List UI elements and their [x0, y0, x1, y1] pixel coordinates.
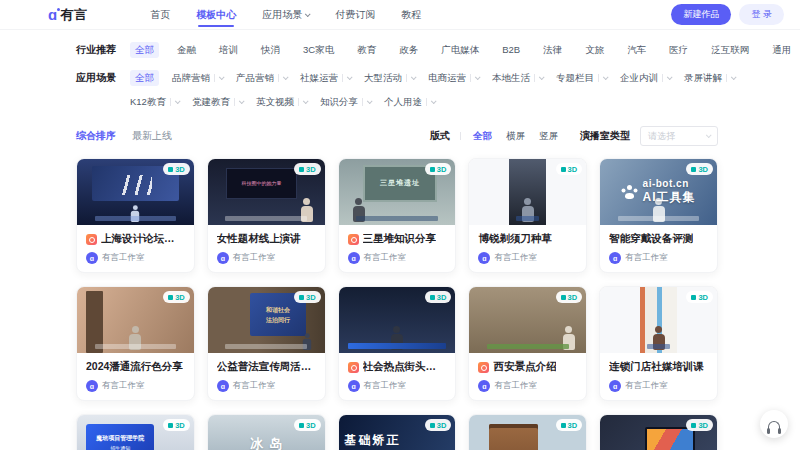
- card-title-row: 西安景点介绍: [478, 360, 577, 374]
- sort-tab[interactable]: 最新上线: [132, 129, 172, 143]
- template-card[interactable]: 和谐社会法治同行3D公益普法宣传周活动预告ɑ有言工作室: [207, 286, 326, 401]
- industry-option[interactable]: 泛互联网: [706, 42, 754, 58]
- nav-item[interactable]: 应用场景: [262, 0, 309, 30]
- industry-option[interactable]: 教育: [352, 42, 381, 58]
- 3d-badge-label: 3D: [306, 293, 316, 302]
- chevron-down-icon: [539, 74, 545, 80]
- 3d-badge-label: 3D: [437, 421, 447, 430]
- scene-option[interactable]: 社媒运营: [300, 70, 351, 86]
- author-name: 有言工作室: [102, 380, 145, 392]
- scene-option[interactable]: 个人用途: [384, 94, 435, 110]
- scene-option[interactable]: 产品营销: [236, 70, 287, 86]
- scene-option[interactable]: 知识分享: [320, 94, 371, 110]
- card-author-row: ɑ有言工作室: [478, 252, 577, 264]
- industry-option[interactable]: 法律: [538, 42, 567, 58]
- create-work-button[interactable]: 新建作品: [671, 4, 731, 25]
- support-fab[interactable]: [760, 410, 788, 438]
- sort-tab[interactable]: 综合排序: [76, 129, 116, 143]
- industry-option[interactable]: 医疗: [664, 42, 693, 58]
- layout-option[interactable]: 全部: [471, 128, 494, 144]
- template-card[interactable]: 三星堆遗址3D三星堆知识分享ɑ有言工作室: [338, 158, 457, 273]
- nav-item[interactable]: 教程: [401, 0, 421, 30]
- presenter-figure: [563, 326, 575, 350]
- scene-option[interactable]: 电商运营: [428, 70, 479, 86]
- industry-option[interactable]: 广电媒体: [436, 42, 484, 58]
- card-title: 三星堆知识分享: [363, 232, 437, 246]
- scene-option[interactable]: 企业内训: [620, 70, 671, 86]
- thumbnail-text-line1: 科技圈中的她力量: [242, 180, 282, 186]
- industry-option[interactable]: 培训: [214, 42, 243, 58]
- scene-option[interactable]: 品牌营销: [172, 70, 223, 86]
- industry-option[interactable]: B2B: [497, 42, 525, 58]
- cube-icon: [299, 295, 304, 300]
- 3d-badge-label: 3D: [175, 165, 185, 174]
- scene-option[interactable]: 党建教育: [192, 94, 243, 110]
- scene-option-label: 录屏讲解: [684, 70, 722, 86]
- card-title-row: 上海设计论坛开场主持: [86, 232, 185, 246]
- layout-option[interactable]: 横屏: [504, 128, 527, 144]
- scene-option[interactable]: 大型活动: [364, 70, 415, 86]
- divider: [406, 74, 407, 82]
- template-card[interactable]: 冰岛ICELAND3D: [207, 414, 326, 450]
- scene-option[interactable]: 英文视频: [256, 94, 307, 110]
- card-title: 智能穿戴设备评测: [609, 232, 693, 246]
- card-body: 女性题材线上演讲ɑ有言工作室: [208, 225, 325, 272]
- author-avatar: ɑ: [478, 252, 490, 264]
- 3d-badge: 3D: [686, 419, 713, 431]
- thumbnail-text-line1: 基础矫正: [344, 432, 400, 449]
- 3d-badge-label: 3D: [568, 165, 578, 174]
- industry-option[interactable]: 汽车: [622, 42, 651, 58]
- chevron-down-icon: [367, 98, 373, 104]
- logo[interactable]: ɑ 有言: [48, 6, 88, 24]
- scene-option[interactable]: 本地生活: [492, 70, 543, 86]
- 3d-badge: 3D: [163, 163, 190, 175]
- watermark-line1: ai-bot.cn: [643, 178, 696, 189]
- divider: [662, 74, 663, 82]
- page: ɑ 有言 首页模板中心应用场景付费订阅教程 新建作品 登 录 行业推荐 全部金融…: [0, 0, 800, 450]
- industry-option[interactable]: 快消: [256, 42, 285, 58]
- template-card[interactable]: 3D博锐剃须刀种草ɑ有言工作室: [468, 158, 587, 273]
- 3d-badge-label: 3D: [175, 293, 185, 302]
- template-card[interactable]: 3D: [468, 414, 587, 450]
- ai-bot-logo-icon: [622, 185, 638, 199]
- template-card[interactable]: 3D社会热点街头采访连线ɑ有言工作室: [338, 286, 457, 401]
- studio-type-select[interactable]: 请选择: [640, 126, 718, 146]
- display-controls: 版式 全部横屏竖屏 演播室类型 请选择: [430, 126, 718, 146]
- scene-option[interactable]: 专题栏目: [556, 70, 607, 86]
- scene-option-all[interactable]: 全部: [130, 70, 159, 86]
- template-card[interactable]: 3Dai-bot.cnAI工具集智能穿戴设备评测ɑ有言工作室: [599, 158, 718, 273]
- industry-option[interactable]: 通用: [767, 42, 796, 58]
- template-thumbnail: 3Dai-bot.cnAI工具集: [600, 159, 717, 225]
- template-card[interactable]: 3D连锁门店社媒培训课ɑ有言工作室: [599, 286, 718, 401]
- template-card[interactable]: 科技圈中的她力量3D女性题材线上演讲ɑ有言工作室: [207, 158, 326, 273]
- scene-option[interactable]: K12教育: [130, 94, 179, 110]
- featured-badge-icon: [86, 234, 97, 245]
- chevron-down-icon: [411, 74, 417, 80]
- chevron-down-icon: [239, 98, 245, 104]
- template-card[interactable]: 基础矫正3D: [338, 414, 457, 450]
- industry-option[interactable]: 政务: [394, 42, 423, 58]
- industry-option[interactable]: 3C家电: [298, 42, 339, 58]
- scene-option[interactable]: 录屏讲解: [684, 70, 735, 86]
- login-button[interactable]: 登 录: [739, 4, 784, 25]
- template-card[interactable]: 3D: [599, 414, 718, 450]
- nav-item[interactable]: 模板中心: [196, 0, 236, 30]
- template-card[interactable]: 3D2024潘通流行色分享ɑ有言工作室: [76, 286, 195, 401]
- industry-option[interactable]: 金融: [172, 42, 201, 58]
- template-thumbnail: 魔珐项目管理学院招生通知3D: [77, 415, 194, 450]
- industry-option[interactable]: 文旅: [580, 42, 609, 58]
- industry-option[interactable]: 全部: [130, 42, 159, 58]
- 3d-badge-label: 3D: [437, 293, 447, 302]
- logo-text: 有言: [60, 6, 88, 24]
- layout-option[interactable]: 竖屏: [537, 128, 560, 144]
- template-card[interactable]: 3D西安景点介绍ɑ有言工作室: [468, 286, 587, 401]
- divider: [426, 98, 427, 106]
- nav-item[interactable]: 付费订阅: [335, 0, 375, 30]
- template-card[interactable]: 3D上海设计论坛开场主持ɑ有言工作室: [76, 158, 195, 273]
- divider: [470, 74, 471, 82]
- presenter-figure: [303, 333, 311, 350]
- template-card[interactable]: 魔珐项目管理学院招生通知3D: [76, 414, 195, 450]
- scene-filter-row: 应用场景 全部品牌营销产品营销社媒运营大型活动电商运营本地生活专题栏目企业内训录…: [76, 70, 718, 110]
- nav-item[interactable]: 首页: [150, 0, 170, 30]
- divider: [298, 98, 299, 106]
